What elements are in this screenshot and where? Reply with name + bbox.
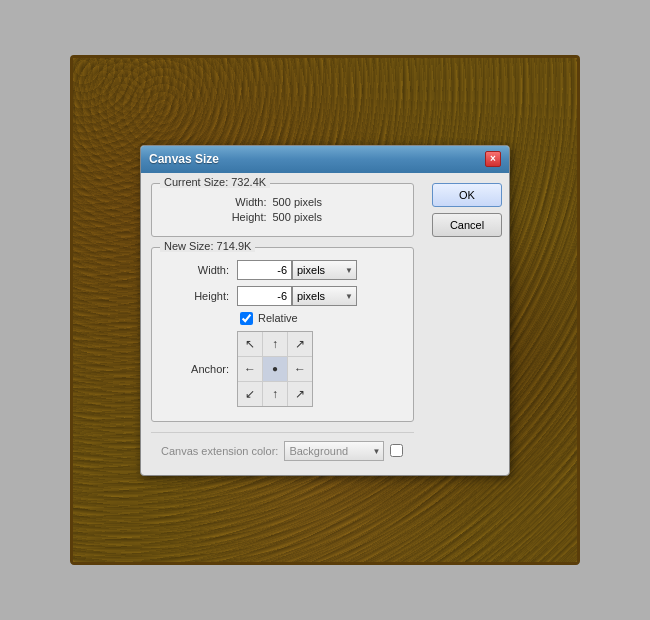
extension-color-select[interactable]: Background Foreground White Black Gray O… xyxy=(284,441,384,461)
relative-label: Relative xyxy=(258,312,298,324)
width-unit-select[interactable]: pixels percent inches cm mm xyxy=(292,260,357,280)
dialog-wrapper: Canvas Size × Current Size: 732.4K Width… xyxy=(140,145,510,476)
height-unit-select[interactable]: pixels percent inches cm mm xyxy=(292,286,357,306)
ok-button[interactable]: OK xyxy=(432,183,502,207)
anchor-cell-tc[interactable]: ↑ xyxy=(263,332,287,356)
current-size-group: Current Size: 732.4K Width: 500 pixels H… xyxy=(151,183,414,237)
close-button[interactable]: × xyxy=(485,151,501,167)
anchor-cell-mr[interactable]: ← xyxy=(288,357,312,381)
extension-row: Canvas extension color: Background Foreg… xyxy=(151,432,414,465)
current-width-label: Width: xyxy=(193,196,273,208)
current-width-value: 500 pixels xyxy=(273,196,373,208)
extension-checkbox[interactable] xyxy=(390,444,403,457)
new-size-legend: New Size: 714.9K xyxy=(160,240,255,252)
canvas-background: Canvas Size × Current Size: 732.4K Width… xyxy=(70,55,580,565)
canvas-size-dialog: Canvas Size × Current Size: 732.4K Width… xyxy=(140,145,510,476)
anchor-cell-mc[interactable]: ● xyxy=(263,357,287,381)
anchor-cell-bc[interactable]: ↑ xyxy=(263,382,287,406)
new-size-content: Width: pixels percent inches cm mm xyxy=(162,256,403,407)
anchor-cell-tl[interactable]: ↖ xyxy=(238,332,262,356)
new-height-label: Height: xyxy=(172,290,237,302)
new-width-row: Width: pixels percent inches cm mm xyxy=(162,260,403,280)
new-width-label: Width: xyxy=(172,264,237,276)
dialog-content: Current Size: 732.4K Width: 500 pixels H… xyxy=(141,173,509,475)
height-input[interactable] xyxy=(237,286,292,306)
dialog-right-panel: OK Cancel xyxy=(424,173,509,475)
anchor-cell-ml[interactable]: ← xyxy=(238,357,262,381)
width-unit-wrapper: pixels percent inches cm mm xyxy=(292,260,357,280)
relative-checkbox[interactable] xyxy=(240,312,253,325)
current-height-value: 500 pixels xyxy=(273,211,373,223)
extension-label: Canvas extension color: xyxy=(161,445,278,457)
cancel-button[interactable]: Cancel xyxy=(432,213,502,237)
current-height-row: Height: 500 pixels xyxy=(162,211,403,223)
anchor-cell-tr[interactable]: ↗ xyxy=(288,332,312,356)
current-size-content: Width: 500 pixels Height: 500 pixels xyxy=(162,192,403,223)
dialog-title: Canvas Size xyxy=(149,152,219,166)
anchor-grid: ↖ ↑ ↗ ← ● ← ↙ ↑ ↗ xyxy=(237,331,313,407)
current-width-row: Width: 500 pixels xyxy=(162,196,403,208)
anchor-cell-bl[interactable]: ↙ xyxy=(238,382,262,406)
new-height-row: Height: pixels percent inches cm mm xyxy=(162,286,403,306)
relative-row: Relative xyxy=(162,312,403,325)
dialog-titlebar: Canvas Size × xyxy=(141,146,509,173)
height-unit-wrapper: pixels percent inches cm mm xyxy=(292,286,357,306)
anchor-label: Anchor: xyxy=(172,363,237,375)
anchor-row: Anchor: ↖ ↑ ↗ ← ● ← xyxy=(162,331,403,407)
extension-select-wrapper: Background Foreground White Black Gray O… xyxy=(284,441,384,461)
dialog-left-panel: Current Size: 732.4K Width: 500 pixels H… xyxy=(141,173,424,475)
current-size-legend: Current Size: 732.4K xyxy=(160,176,270,188)
width-input[interactable] xyxy=(237,260,292,280)
current-height-label: Height: xyxy=(193,211,273,223)
anchor-cell-br[interactable]: ↗ xyxy=(288,382,312,406)
new-size-group: New Size: 714.9K Width: pixels percent xyxy=(151,247,414,422)
